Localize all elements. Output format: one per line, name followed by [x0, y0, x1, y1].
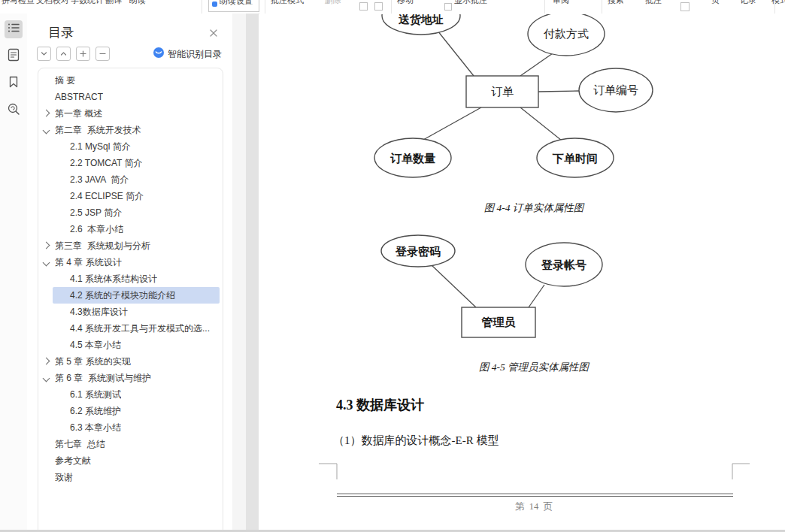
toc-item[interactable]: 2.1 MySql 简介: [53, 138, 220, 155]
minus-icon: [99, 47, 107, 61]
smart-toc-button[interactable]: 智能识别目录: [153, 47, 222, 61]
chevron-right-icon[interactable]: [43, 358, 50, 365]
document-page[interactable]: 送货地址 付款方式 订单编号 订单数量 下单时间 订单 图 4-4 订单实体属性…: [259, 14, 785, 530]
attribute-label: 下单时间: [552, 152, 598, 165]
toc-item-label: 第 6 章 系统测试与维护: [53, 372, 151, 385]
toolbar-item[interactable]: 文档校对: [36, 0, 69, 6]
smart-toc-label: 智能识别目录: [168, 48, 222, 61]
chevron-down-icon[interactable]: [43, 259, 50, 267]
comment-list-button[interactable]: [5, 47, 23, 65]
attribute-label: 订单编号: [593, 83, 638, 96]
toc-item[interactable]: 4.1 系统体系结构设计: [53, 271, 220, 287]
top-toolbar: 拼写检查文档校对字数统计翻译朗读批注模式删除移动显示批注审阅搜索批注页记录模式 …: [0, 0, 785, 14]
toc-item[interactable]: 4.3数据库设计: [53, 304, 220, 320]
toolbar-item[interactable]: 朗读: [129, 0, 146, 6]
toc-item-label: 4.5 本章小结: [53, 339, 121, 352]
chevron-down-icon[interactable]: [43, 375, 50, 382]
toc-sidebar: 目录: [27, 14, 232, 532]
collapse-all-button[interactable]: [95, 47, 110, 61]
chevron-right-icon[interactable]: [43, 242, 50, 249]
attribute-label: 登录帐号: [541, 258, 586, 271]
toc-item-label: ABSTRACT: [53, 92, 103, 102]
search-icon: [6, 101, 21, 119]
toc-item[interactable]: 4.4 系统开发工具与开发模式的选...: [53, 320, 220, 337]
toc-item-label: 2.2 TOMCAT 简介: [53, 157, 142, 170]
toolbar-item[interactable]: 记录: [740, 0, 756, 6]
toc-item[interactable]: 致谢: [53, 469, 220, 485]
toolbar-item[interactable]: 批注: [645, 0, 662, 6]
toc-item[interactable]: 摘 要: [53, 72, 220, 89]
chevron-down-icon[interactable]: [43, 127, 50, 135]
toolbar-item[interactable]: 删除: [325, 0, 341, 6]
toolbar-item[interactable]: 页: [711, 0, 720, 6]
collapse-to-current-button[interactable]: [37, 47, 51, 61]
attribute-label: 付款方式: [543, 27, 589, 40]
toolbar-separator: [391, 0, 392, 14]
chevron-right-icon[interactable]: [43, 110, 50, 117]
toc-item-label: 2.4 ECLIPSE 简介: [53, 190, 144, 203]
sidebar-title: 目录: [48, 24, 74, 41]
toc-controls: [37, 47, 110, 61]
toc-item[interactable]: 2.5 JSP 简介: [53, 204, 220, 221]
toc-item-label: 参考文献: [53, 455, 91, 467]
toc-item[interactable]: 2.6 本章小结: [53, 221, 220, 237]
toolbar-item[interactable]: 拼写检查: [2, 0, 35, 6]
toolbar-item[interactable]: 批注模式: [271, 0, 304, 6]
checkbox-icon[interactable]: [444, 3, 452, 11]
panel-gutter: [232, 14, 246, 532]
toc-item[interactable]: 第一章 概述: [53, 105, 220, 122]
toolbar-mini-icon[interactable]: [359, 2, 368, 11]
attribute-label: 订单数量: [390, 152, 435, 165]
toc-item[interactable]: 2.4 ECLIPSE 简介: [53, 188, 220, 204]
toolbar-item[interactable]: 模式: [771, 0, 785, 6]
toc-panel-button[interactable]: [5, 20, 23, 38]
scroll-to-top-button[interactable]: [56, 47, 71, 61]
toc-item-label: 4.2 系统的子模块功能介绍: [53, 289, 175, 302]
toc-panel: 摘 要ABSTRACT第一章 概述第二章 系统开发技术2.1 MySql 简介2…: [38, 68, 223, 532]
toc-item[interactable]: 第 5 章 系统的实现: [53, 353, 220, 370]
toolbar-item[interactable]: 字数统计: [71, 0, 104, 6]
vertical-scrollbar[interactable]: [246, 14, 259, 532]
chevron-up-icon: [59, 47, 68, 61]
toolbar-item[interactable]: 移动: [397, 0, 414, 6]
toc-item[interactable]: 第二章 系统开发技术: [53, 122, 220, 138]
bookmark-button[interactable]: [5, 74, 23, 92]
toolbar-item[interactable]: 搜索: [608, 0, 624, 6]
toc-item-label: 4.1 系统体系结构设计: [53, 273, 157, 286]
toc-item-label: 第 4 章 系统设计: [53, 256, 122, 269]
toc-list-icon: [6, 20, 21, 38]
toc-item[interactable]: 第三章 系统规划与分析: [53, 237, 220, 254]
toc-item-label: 6.1 系统测试: [53, 388, 121, 401]
toc-item[interactable]: 第七章 总结: [53, 436, 220, 452]
toc-item-label: 第七章 总结: [53, 438, 105, 451]
toolbar-item[interactable]: 翻译: [105, 0, 122, 6]
plus-icon: [79, 47, 87, 61]
page-number: 第 14 页: [337, 500, 731, 513]
toc-item[interactable]: ABSTRACT: [53, 89, 220, 105]
toolbar-item[interactable]: 显示批注: [454, 0, 487, 6]
toc-item[interactable]: 4.2 系统的子模块功能介绍: [53, 287, 220, 304]
toc-item[interactable]: 6.3 本章小结: [53, 419, 220, 436]
toc-item-label: 6.2 系统维护: [53, 405, 121, 418]
toc-item-label: 2.5 JSP 简介: [53, 207, 122, 219]
toc-item[interactable]: 参考文献: [53, 452, 220, 469]
toc-item[interactable]: 2.3 JAVA 简介: [53, 171, 220, 188]
toolbar-selected-item[interactable]: 朗读设置: [208, 0, 259, 12]
toolbar-selected-label: 朗读设置: [220, 0, 253, 7]
search-button[interactable]: [5, 101, 23, 119]
footer-rule: [337, 494, 733, 497]
page-thumb-icon[interactable]: [680, 2, 690, 11]
toc-item[interactable]: 第 4 章 系统设计: [53, 254, 220, 271]
toc-item[interactable]: 4.5 本章小结: [53, 337, 220, 353]
toolbar-mini-icon[interactable]: [374, 2, 383, 11]
toc-item[interactable]: 2.2 TOMCAT 简介: [53, 155, 220, 171]
toc-item[interactable]: 6.2 系统维护: [53, 403, 220, 419]
toc-item[interactable]: 第 6 章 系统测试与维护: [53, 370, 220, 386]
toc-item-label: 第三章 系统规划与分析: [53, 240, 150, 252]
pdf-reader-window: 拼写检查文档校对字数统计翻译朗读批注模式删除移动显示批注审阅搜索批注页记录模式 …: [0, 0, 785, 532]
close-sidebar-button[interactable]: [209, 27, 218, 41]
toolbar-item[interactable]: 审阅: [553, 0, 569, 6]
toc-item-label: 4.3数据库设计: [53, 306, 128, 319]
toc-item[interactable]: 6.1 系统测试: [53, 386, 220, 403]
expand-all-button[interactable]: [76, 47, 90, 61]
